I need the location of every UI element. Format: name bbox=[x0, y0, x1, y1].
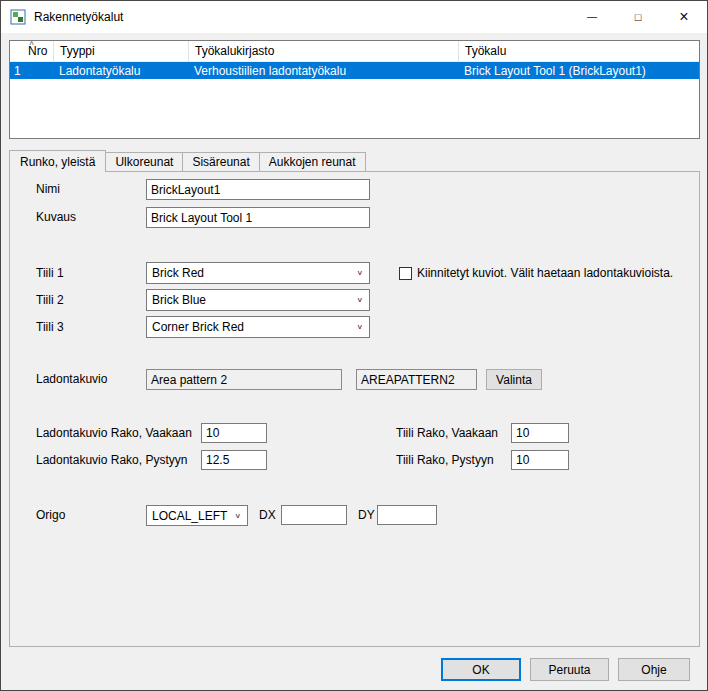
kuvio-rako-vaakaan-label: Ladontakuvio Rako, Vaakaan bbox=[36, 423, 192, 443]
titlebar: Rakennetyökalut — □ × bbox=[1, 1, 707, 33]
cell-tyokalukirjasto: Verhoustiilien ladontatyökalu bbox=[189, 64, 459, 78]
column-header-tyokalukirjasto[interactable]: Työkalukirjasto bbox=[189, 41, 459, 61]
chevron-down-icon: ∨ bbox=[356, 296, 363, 304]
peruuta-button[interactable]: Peruuta bbox=[530, 658, 609, 681]
close-button[interactable]: × bbox=[661, 1, 707, 32]
tab-aukkojen-reunat[interactable]: Aukkojen reunat bbox=[259, 152, 366, 171]
sort-asc-icon: ∧ bbox=[28, 40, 35, 47]
caption-buttons: — □ × bbox=[569, 1, 707, 32]
column-header-label: Työkalukirjasto bbox=[195, 44, 274, 58]
dx-label: DX bbox=[259, 505, 276, 526]
tiili1-value: Brick Red bbox=[152, 266, 204, 280]
cell-nro: 1 bbox=[10, 64, 54, 78]
tab-sisareunat[interactable]: Sisäreunat bbox=[182, 152, 259, 171]
tiili-rako-pystyyn-input[interactable] bbox=[511, 450, 569, 470]
valinta-button[interactable]: Valinta bbox=[486, 369, 542, 390]
tiili3-value: Corner Brick Red bbox=[152, 320, 244, 334]
dy-label: DY bbox=[358, 505, 375, 526]
maximize-icon: □ bbox=[635, 11, 642, 23]
kuvio-rako-pystyyn-label: Ladontakuvio Rako, Pystyyn bbox=[36, 450, 187, 470]
origo-value: LOCAL_LEFT bbox=[152, 509, 227, 523]
ohje-button[interactable]: Ohje bbox=[618, 658, 690, 681]
fixed-patterns-checkbox[interactable] bbox=[399, 267, 412, 280]
chevron-down-icon: ∨ bbox=[356, 323, 363, 331]
ok-button[interactable]: OK bbox=[441, 658, 521, 681]
ladontakuvio-name-field: Area pattern 2 bbox=[146, 369, 342, 390]
dy-input[interactable] bbox=[377, 505, 437, 525]
column-header-tyokalu[interactable]: Työkalu bbox=[459, 41, 699, 61]
maximize-button[interactable]: □ bbox=[615, 1, 661, 32]
tiili1-select[interactable]: Brick Red ∨ bbox=[146, 262, 370, 284]
tiili2-value: Brick Blue bbox=[152, 293, 206, 307]
chevron-down-icon: ∨ bbox=[356, 269, 363, 277]
dialog-window: Rakennetyökalut — □ × ∧ Nro Tyyppi Työka… bbox=[0, 0, 708, 691]
tiili3-label: Tiili 3 bbox=[36, 316, 64, 338]
window-title: Rakennetyökalut bbox=[34, 10, 123, 24]
table-row[interactable]: 1 Ladontatyökalu Verhoustiilien ladontat… bbox=[10, 62, 699, 79]
tab-runko-yleista[interactable]: Runko, yleistä bbox=[9, 150, 106, 172]
list-header: ∧ Nro Tyyppi Työkalukirjasto Työkalu bbox=[10, 41, 699, 62]
column-header-label: Tyyppi bbox=[60, 44, 95, 58]
dx-input[interactable] bbox=[281, 505, 347, 525]
nimi-input[interactable] bbox=[146, 179, 370, 200]
column-header-nro[interactable]: ∧ Nro bbox=[10, 41, 54, 61]
chevron-down-icon: ∨ bbox=[234, 512, 241, 520]
kuvio-rako-pystyyn-input[interactable] bbox=[201, 450, 267, 470]
origo-label: Origo bbox=[36, 505, 65, 526]
column-header-label: Työkalu bbox=[465, 44, 506, 58]
cell-tyokalu: Brick Layout Tool 1 (BrickLayout1) bbox=[459, 64, 699, 78]
tiili-rako-vaakaan-label: Tiili Rako, Vaakaan bbox=[396, 423, 498, 443]
tab-panel bbox=[9, 171, 700, 647]
tiili2-select[interactable]: Brick Blue ∨ bbox=[146, 289, 370, 311]
close-icon: × bbox=[679, 8, 688, 26]
origo-select[interactable]: LOCAL_LEFT ∨ bbox=[146, 505, 248, 526]
tab-ulkoreunat[interactable]: Ulkoreunat bbox=[105, 152, 183, 171]
tiili-rako-vaakaan-input[interactable] bbox=[511, 423, 569, 443]
cell-tyyppi: Ladontatyökalu bbox=[54, 64, 189, 78]
ladontakuvio-code-field: AREAPATTERN2 bbox=[356, 369, 477, 390]
tiili3-select[interactable]: Corner Brick Red ∨ bbox=[146, 316, 370, 338]
tiili1-label: Tiili 1 bbox=[36, 262, 64, 284]
tiili-rako-pystyyn-label: Tiili Rako, Pystyyn bbox=[396, 450, 494, 470]
kuvio-rako-vaakaan-input[interactable] bbox=[201, 423, 267, 443]
nimi-label: Nimi bbox=[36, 179, 60, 200]
ladontakuvio-label: Ladontakuvio bbox=[36, 369, 107, 390]
tool-list: ∧ Nro Tyyppi Työkalukirjasto Työkalu 1 L… bbox=[9, 40, 700, 139]
tab-bar: Runko, yleistä Ulkoreunat Sisäreunat Auk… bbox=[9, 150, 366, 171]
minimize-button[interactable]: — bbox=[569, 1, 615, 32]
kuvaus-input[interactable] bbox=[146, 207, 370, 228]
kuvaus-label: Kuvaus bbox=[36, 207, 76, 228]
minimize-icon: — bbox=[587, 11, 597, 22]
fixed-patterns-label: Kiinnitetyt kuviot. Välit haetaan ladont… bbox=[417, 262, 673, 284]
tiili2-label: Tiili 2 bbox=[36, 289, 64, 311]
app-icon bbox=[10, 9, 26, 25]
column-header-tyyppi[interactable]: Tyyppi bbox=[54, 41, 189, 61]
